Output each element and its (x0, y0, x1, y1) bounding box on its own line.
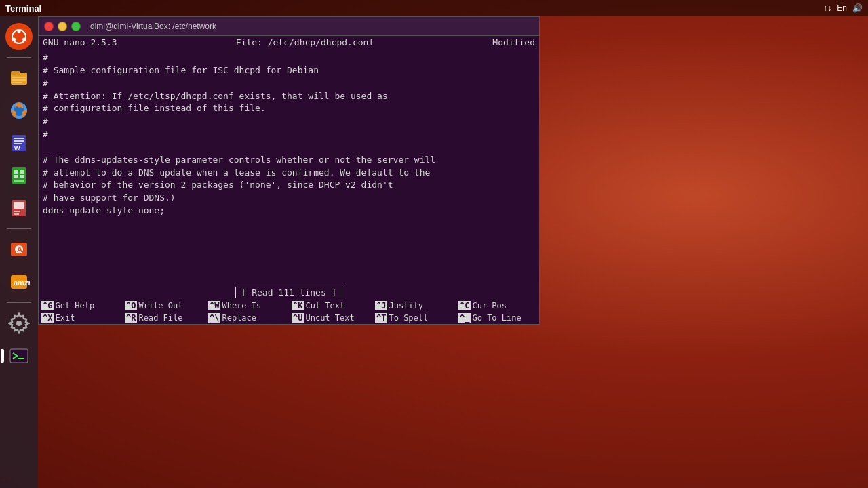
svg-rect-6 (12, 77, 26, 78)
nano-line: # The ddns-updates-style parameter contr… (43, 154, 535, 167)
window-minimize-button[interactable] (58, 22, 67, 31)
svg-rect-7 (12, 79, 26, 81)
nano-command[interactable]: ^\ Replace (205, 312, 289, 324)
launcher-icon-files[interactable] (4, 63, 34, 93)
keyboard-icon: En (837, 3, 847, 13)
nano-cmd-label: Where Is (222, 301, 261, 310)
nano-cmd-key: ^_ (458, 313, 471, 323)
svg-rect-8 (12, 82, 22, 83)
nano-cmd-key: ^J (375, 301, 387, 310)
nano-line: # (43, 52, 535, 64)
svg-point-31 (16, 321, 22, 326)
launcher-icon-writer[interactable]: W (4, 128, 34, 158)
nano-status: [ Read 111 lines ] (39, 285, 539, 300)
nano-cmd-label: Write Out (138, 301, 182, 310)
nano-line: # have support for DDNS.) (43, 192, 535, 205)
svg-point-1 (18, 30, 21, 33)
nano-command[interactable]: ^X Exit (39, 312, 122, 324)
svg-rect-17 (14, 170, 18, 174)
nano-header: GNU nano 2.5.3 File: /etc/dhcp/dhcpd.con… (39, 36, 539, 49)
nano-line (43, 141, 535, 154)
nano-command[interactable]: ^O Write Out (122, 300, 205, 312)
nano-cmd-key: ^K (292, 301, 304, 310)
launcher-icon-settings[interactable] (4, 308, 34, 338)
svg-rect-19 (14, 175, 18, 178)
nano-cmd-key: ^C (458, 301, 471, 310)
nano-cmd-label: Replace (222, 313, 256, 323)
launcher-separator (7, 57, 31, 58)
nano-line: ddns-update-style none; (43, 205, 535, 218)
nano-cmd-label: Get Help (55, 301, 94, 310)
nano-line: # Attention: If /etc/ltsp/dhcpd.conf exi… (43, 90, 535, 103)
launcher-icon-firefox[interactable] (4, 96, 34, 125)
window-close-button[interactable] (44, 22, 54, 31)
svg-rect-23 (14, 202, 24, 209)
nano-command[interactable]: ^T To Spell (372, 312, 456, 324)
launcher-icon-calc[interactable] (4, 161, 34, 190)
svg-point-2 (22, 38, 26, 41)
nano-command[interactable]: ^U Uncut Text (289, 312, 372, 324)
launcher-icon-terminal[interactable] (4, 341, 34, 371)
nano-cmd-key: ^W (208, 301, 220, 310)
nano-footer: ^G Get Help^O Write Out^W Where Is^K Cut… (39, 300, 539, 324)
nano-command[interactable]: ^K Cut Text (289, 300, 372, 312)
svg-rect-5 (11, 71, 20, 75)
nano-cmd-key: ^\ (208, 313, 220, 323)
nano-line: # behavior of the version 2 packages ('n… (43, 179, 535, 192)
launcher-separator-3 (7, 302, 31, 303)
nano-command[interactable]: ^G Get Help (39, 300, 122, 312)
svg-rect-25 (14, 214, 19, 215)
launcher-icon-impress[interactable] (4, 193, 34, 223)
svg-rect-18 (20, 170, 24, 174)
nano-cmd-label: Go To Line (472, 313, 521, 323)
svg-rect-12 (14, 138, 24, 139)
nano-command[interactable]: ^R Read File (122, 312, 205, 324)
launcher: W (0, 16, 38, 488)
volume-icon: 🔊 (852, 3, 863, 13)
network-icon: ↑↓ (823, 3, 831, 13)
nano-filename: File: /etc/dhcp/dhcpd.conf (236, 37, 374, 47)
nano-content[interactable]: ## Sample configuration file for ISC dhc… (39, 49, 539, 285)
top-bar-icons: ↑↓ En 🔊 (823, 3, 863, 13)
nano-line: # configuration file instead of this fil… (43, 102, 535, 115)
svg-rect-20 (20, 175, 24, 178)
svg-text:W: W (14, 145, 20, 152)
nano-command[interactable]: ^_ Go To Line (456, 312, 539, 324)
nano-cmd-key: ^O (125, 301, 137, 310)
nano-cmd-label: To Spell (389, 313, 428, 323)
svg-text:amzn: amzn (14, 279, 30, 287)
svg-text:A: A (17, 245, 22, 253)
terminal-title: dimi@dimi-VirtualBox: /etc/network (90, 22, 216, 31)
nano-command[interactable]: ^W Where Is (205, 300, 289, 312)
nano-line: # (43, 77, 535, 90)
nano-cmd-key: ^U (292, 313, 304, 323)
launcher-icon-amazon[interactable]: amzn (4, 267, 34, 297)
nano-modified: Modified (492, 37, 535, 47)
svg-rect-21 (14, 180, 24, 182)
nano-cmd-label: Cut Text (305, 301, 344, 310)
nano-line: # (43, 128, 535, 141)
svg-point-3 (12, 38, 16, 41)
nano-status-message: [ Read 111 lines ] (235, 287, 343, 298)
launcher-separator-2 (7, 228, 31, 229)
nano-command[interactable]: ^C Cur Pos (456, 300, 539, 312)
launcher-icon-ubuntu[interactable] (4, 22, 34, 52)
top-bar: Terminal ↑↓ En 🔊 (0, 0, 868, 16)
svg-rect-32 (10, 349, 28, 363)
nano-editor[interactable]: GNU nano 2.5.3 File: /etc/dhcp/dhcpd.con… (39, 36, 539, 324)
svg-rect-24 (14, 211, 20, 212)
window-maximize-button[interactable] (71, 22, 81, 31)
nano-line: # (43, 115, 535, 128)
nano-cmd-key: ^R (125, 313, 137, 323)
svg-rect-14 (14, 143, 22, 144)
svg-rect-13 (14, 140, 24, 142)
nano-cmd-label: Cur Pos (472, 301, 507, 310)
terminal-titlebar: dimi@dimi-VirtualBox: /etc/network (39, 17, 539, 36)
nano-command[interactable]: ^J Justify (372, 300, 456, 312)
nano-cmd-label: Uncut Text (305, 313, 354, 323)
launcher-icon-software[interactable]: A (4, 235, 34, 264)
nano-line: # attempt to do a DNS update when a leas… (43, 167, 535, 180)
terminal-window: dimi@dimi-VirtualBox: /etc/network GNU n… (38, 16, 540, 325)
desktop: Terminal ↑↓ En 🔊 (0, 0, 868, 488)
nano-cmd-key: ^X (41, 313, 54, 323)
